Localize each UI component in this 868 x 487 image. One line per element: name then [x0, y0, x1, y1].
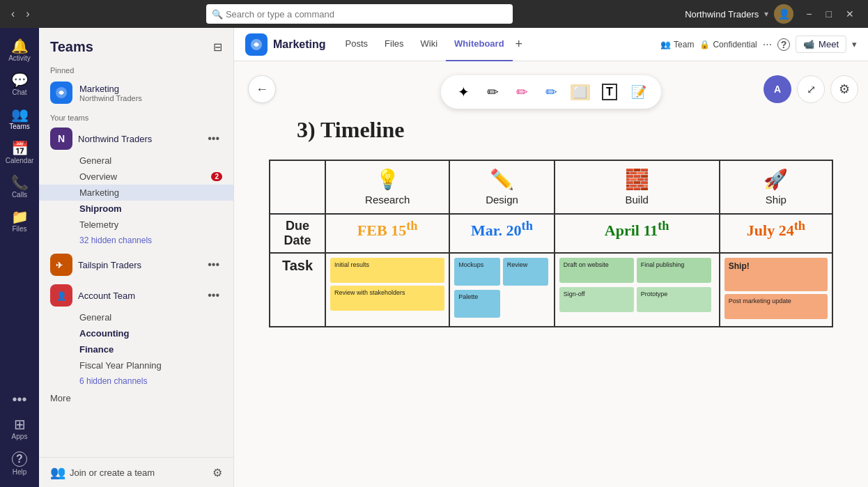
nav-item-calendar[interactable]: 📅 Calendar — [0, 136, 39, 170]
sidebar: Teams ⊟ Pinned Marketing Northwind Trade… — [39, 28, 234, 487]
nav-item-calls[interactable]: 📞 Calls — [0, 170, 39, 204]
research-icon: 💡 — [330, 168, 444, 191]
col-label-design: Design — [486, 194, 518, 206]
lock-icon: 🔒 — [699, 40, 710, 49]
hidden-channels-at[interactable]: 6 hidden channels — [39, 373, 233, 389]
channel-label-finance: Finance — [79, 344, 114, 355]
pinned-icon — [50, 82, 72, 104]
hidden-channels-nw[interactable]: 32 hidden channels — [39, 233, 233, 248]
calls-icon: 📞 — [11, 176, 29, 190]
nav-item-chat[interactable]: 💬 Chat — [0, 68, 39, 102]
team-account[interactable]: 👤 Account Team ••• — [39, 281, 233, 309]
confidential-label: Confidential — [713, 40, 757, 49]
svg-text:👤: 👤 — [56, 291, 67, 301]
header-help-button[interactable]: ? — [777, 38, 790, 51]
due-date-label: Due Date — [270, 214, 325, 253]
search-input[interactable] — [206, 4, 513, 24]
team-label-text: Team — [674, 40, 694, 49]
user-dropdown-icon[interactable]: ▾ — [764, 9, 768, 19]
task-build: Draft on website Final publishing Sign-o… — [555, 253, 720, 327]
more-icon: ••• — [12, 392, 26, 406]
task-design: Mockups Review Palette — [449, 253, 554, 327]
col-research: 💡 Research — [325, 160, 449, 214]
due-feb: FEB 15th — [357, 222, 418, 239]
nav-item-help[interactable]: ? Help — [0, 446, 39, 481]
title-bar-controls: − □ ✕ — [799, 6, 861, 22]
tab-files[interactable]: Files — [376, 28, 412, 61]
close-button[interactable]: ✕ — [839, 6, 861, 22]
team-name-northwind: Northwind Traders — [78, 134, 199, 144]
channel-general-at[interactable]: General — [39, 309, 233, 325]
team-name-account: Account Team — [78, 291, 199, 301]
confidential-item[interactable]: 🔒 Confidential — [699, 40, 757, 49]
channel-overview-nw[interactable]: Overview 2 — [39, 169, 233, 185]
minimize-button[interactable]: − — [799, 6, 819, 22]
add-tab-button[interactable]: + — [513, 34, 526, 54]
col-label-build: Build — [626, 194, 649, 206]
tab-label-wiki: Wiki — [421, 38, 438, 49]
nav-label-apps: Apps — [12, 433, 28, 440]
team-more-account[interactable]: ••• — [205, 288, 222, 303]
header-more-button[interactable]: ··· — [763, 38, 772, 51]
team-label-item[interactable]: 👥 Team — [660, 40, 694, 49]
channel-finance[interactable]: Finance — [39, 341, 233, 357]
chat-icon: 💬 — [11, 73, 29, 87]
channel-label-marketing: Marketing — [79, 187, 119, 198]
task-row-label: Task — [282, 258, 313, 273]
join-create-button[interactable]: 👥 Join or create a team — [50, 465, 155, 480]
channel-label-general-nw: General — [79, 155, 111, 166]
meet-button[interactable]: 📹 Meet — [796, 36, 846, 53]
sticky-note: Final publishing — [637, 258, 711, 283]
avatar[interactable]: 👤 — [774, 4, 793, 24]
nav-item-teams[interactable]: 👥 Teams — [0, 102, 39, 136]
app-body: 🔔 Activity 💬 Chat 👥 Teams 📅 Calendar 📞 C… — [0, 28, 868, 487]
due-date-design: Mar. 20th — [449, 214, 554, 253]
sidebar-scroll: Pinned Marketing Northwind Traders Your … — [39, 61, 233, 457]
sticky-note: Sign-off — [559, 287, 634, 312]
channel-telemetry-nw[interactable]: Telemetry — [39, 217, 233, 233]
due-date-build: April 11th — [555, 214, 720, 253]
sticky-note: Mockups — [454, 258, 499, 286]
tab-label-files: Files — [385, 38, 403, 49]
nav-item-files[interactable]: 📁 Files — [0, 204, 39, 238]
pinned-marketing[interactable]: Marketing Northwind Traders — [39, 77, 233, 108]
team-more-tailspin[interactable]: ••• — [205, 257, 222, 272]
maximize-button[interactable]: □ — [819, 6, 839, 22]
channel-accounting[interactable]: Accounting — [39, 325, 233, 341]
sticky-note: Palette — [454, 290, 499, 318]
sticky-note: Draft on website — [559, 258, 634, 283]
more-item[interactable]: More — [39, 389, 233, 408]
sidebar-settings-button[interactable]: ⚙ — [212, 466, 222, 479]
tab-wiki[interactable]: Wiki — [412, 28, 447, 61]
activity-icon: 🔔 — [11, 39, 29, 53]
meet-label: Meet — [819, 39, 839, 49]
channel-shiproom-nw[interactable]: Shiproom — [39, 201, 233, 217]
due-mar: Mar. 20th — [471, 222, 533, 239]
col-label-ship: Ship — [766, 194, 786, 206]
nav-item-apps[interactable]: ⊞ Apps — [0, 412, 39, 446]
channel-general-nw[interactable]: General — [39, 153, 233, 169]
team-northwind[interactable]: N Northwind Traders ••• — [39, 125, 233, 153]
channel-marketing-nw[interactable]: Marketing — [39, 185, 233, 201]
tab-posts[interactable]: Posts — [337, 28, 377, 61]
forward-nav-button[interactable]: › — [22, 6, 33, 22]
back-nav-button[interactable]: ‹ — [7, 6, 19, 22]
meet-dropdown-button[interactable]: ▾ — [852, 39, 857, 49]
nav-item-more[interactable]: ••• — [0, 387, 39, 412]
filter-button[interactable]: ⊟ — [213, 40, 222, 54]
channel-fiscal[interactable]: Fiscal Year Planning — [39, 357, 233, 373]
teams-icon: 👥 — [11, 107, 29, 121]
col-label-research: Research — [365, 194, 410, 206]
channel-label-general-at: General — [79, 312, 111, 323]
tab-list: Posts Files Wiki Whiteboard + — [337, 28, 655, 61]
join-icon: 👥 — [50, 465, 65, 480]
tab-whiteboard[interactable]: Whiteboard — [446, 28, 513, 61]
nav-item-activity[interactable]: 🔔 Activity — [0, 33, 39, 68]
team-more-northwind[interactable]: ••• — [205, 131, 222, 146]
team-icon-northwind: N — [50, 127, 72, 150]
tab-label-posts: Posts — [346, 38, 369, 49]
wb-canvas: 3) Timeline 💡 Research ✏️ Design — [234, 61, 868, 487]
title-bar-right: Northwind Traders ▾ 👤 − □ ✕ — [685, 4, 861, 24]
nav-label-calls: Calls — [12, 191, 27, 199]
team-tailspin[interactable]: ✈ Tailspin Traders ••• — [39, 251, 233, 279]
